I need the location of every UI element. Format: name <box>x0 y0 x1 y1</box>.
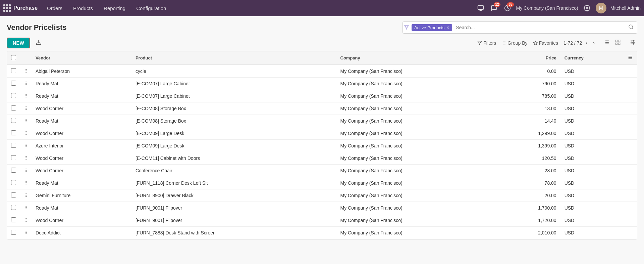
nav-reporting[interactable]: Reporting <box>99 0 130 16</box>
row-checkbox[interactable] <box>11 168 16 173</box>
row-checkbox-cell[interactable] <box>7 102 20 115</box>
new-button[interactable]: NEW <box>7 38 30 48</box>
row-product[interactable]: Conference Chair <box>131 165 336 177</box>
nav-products[interactable]: Products <box>68 0 98 16</box>
list-view-button[interactable] <box>602 39 611 48</box>
row-checkbox-cell[interactable] <box>7 65 20 78</box>
select-all-checkbox[interactable] <box>11 55 16 60</box>
row-drag-handle[interactable]: ⠿ <box>20 78 32 90</box>
row-vendor[interactable]: Ready Mat <box>32 115 131 127</box>
chat-icon-btn[interactable]: 12 <box>489 3 499 13</box>
row-drag-handle[interactable]: ⠿ <box>20 65 32 78</box>
row-checkbox-cell[interactable] <box>7 78 20 90</box>
row-checkbox[interactable] <box>11 205 16 210</box>
row-checkbox[interactable] <box>11 155 16 160</box>
row-product[interactable]: [FURN_1118] Corner Desk Left Sit <box>131 177 336 189</box>
row-drag-handle[interactable]: ⠿ <box>20 152 32 165</box>
row-product[interactable]: cycle <box>131 65 336 78</box>
row-checkbox[interactable] <box>11 192 16 197</box>
row-checkbox[interactable] <box>11 230 16 235</box>
app-grid-icon[interactable] <box>3 4 11 12</box>
row-product[interactable]: [FURN_7888] Desk Stand with Screen <box>131 227 336 239</box>
row-vendor[interactable]: Wood Corner <box>32 214 131 227</box>
filters-button[interactable]: Filters <box>477 40 496 46</box>
row-vendor[interactable]: Wood Corner <box>32 102 131 115</box>
kanban-view-button[interactable] <box>613 39 623 48</box>
favorites-button[interactable]: Favorites <box>533 40 558 46</box>
row-product[interactable]: [FURN_8900] Drawer Black <box>131 189 336 202</box>
row-vendor[interactable]: Deco Addict <box>32 227 131 239</box>
row-drag-handle[interactable]: ⠿ <box>20 177 32 189</box>
row-drag-handle[interactable]: ⠿ <box>20 214 32 227</box>
row-checkbox[interactable] <box>11 81 16 86</box>
settings-icon-btn[interactable] <box>582 3 592 13</box>
row-vendor[interactable]: Wood Corner <box>32 127 131 140</box>
row-checkbox[interactable] <box>11 180 16 185</box>
header-checkbox-cell[interactable] <box>7 51 20 65</box>
header-col-settings[interactable] <box>624 51 637 65</box>
nav-configuration[interactable]: Configuration <box>131 0 171 16</box>
row-checkbox-cell[interactable] <box>7 127 20 140</box>
header-vendor[interactable]: Vendor <box>32 51 131 65</box>
row-vendor[interactable]: Wood Corner <box>32 152 131 165</box>
row-checkbox-cell[interactable] <box>7 202 20 214</box>
row-checkbox-cell[interactable] <box>7 140 20 152</box>
row-drag-handle[interactable]: ⠿ <box>20 140 32 152</box>
row-product[interactable]: [FURN_9001] Flipover <box>131 214 336 227</box>
nav-orders[interactable]: Orders <box>42 0 67 16</box>
search-input[interactable] <box>453 25 625 30</box>
row-product[interactable]: [E-COM11] Cabinet with Doors <box>131 152 336 165</box>
groupby-button[interactable]: Group By <box>501 40 527 46</box>
prev-page-button[interactable]: ‹ <box>584 39 589 47</box>
row-drag-handle[interactable]: ⠿ <box>20 165 32 177</box>
row-drag-handle[interactable]: ⠿ <box>20 127 32 140</box>
row-checkbox-cell[interactable] <box>7 152 20 165</box>
row-vendor[interactable]: Ready Mat <box>32 177 131 189</box>
row-drag-handle[interactable]: ⠿ <box>20 202 32 214</box>
row-drag-handle[interactable]: ⠿ <box>20 189 32 202</box>
row-checkbox-cell[interactable] <box>7 165 20 177</box>
row-checkbox-cell[interactable] <box>7 227 20 239</box>
row-product[interactable]: [E-COM07] Large Cabinet <box>131 78 336 90</box>
row-checkbox[interactable] <box>11 93 16 98</box>
row-checkbox[interactable] <box>11 68 16 73</box>
row-checkbox-cell[interactable] <box>7 189 20 202</box>
row-product[interactable]: [E-COM08] Storage Box <box>131 115 336 127</box>
filter-tag-close[interactable]: × <box>446 25 449 30</box>
row-checkbox[interactable] <box>11 217 16 222</box>
header-company[interactable]: Company <box>336 51 499 65</box>
row-product[interactable]: [E-COM09] Large Desk <box>131 140 336 152</box>
row-product[interactable]: [E-COM09] Large Desk <box>131 127 336 140</box>
row-product[interactable]: [E-COM08] Storage Box <box>131 102 336 115</box>
download-button[interactable] <box>34 38 44 48</box>
row-checkbox-cell[interactable] <box>7 214 20 227</box>
app-brand[interactable]: Purchase <box>3 4 38 12</box>
search-button[interactable] <box>625 24 637 31</box>
screen-icon-btn[interactable] <box>476 3 485 13</box>
row-drag-handle[interactable]: ⠿ <box>20 227 32 239</box>
clock-icon-btn[interactable]: 35 <box>503 3 512 13</box>
header-product[interactable]: Product <box>131 51 336 65</box>
column-settings-button[interactable] <box>628 39 637 48</box>
row-checkbox[interactable] <box>11 105 16 111</box>
row-checkbox-cell[interactable] <box>7 90 20 102</box>
row-vendor[interactable]: Abigail Peterson <box>32 65 131 78</box>
active-products-tag[interactable]: Active Products × <box>412 24 452 31</box>
header-price[interactable]: Price <box>499 51 560 65</box>
row-checkbox-cell[interactable] <box>7 177 20 189</box>
row-drag-handle[interactable]: ⠿ <box>20 90 32 102</box>
row-checkbox-cell[interactable] <box>7 115 20 127</box>
row-vendor[interactable]: Ready Mat <box>32 78 131 90</box>
row-product[interactable]: [FURN_9001] Flipover <box>131 202 336 214</box>
row-vendor[interactable]: Wood Corner <box>32 165 131 177</box>
row-vendor[interactable]: Gemini Furniture <box>32 189 131 202</box>
row-vendor[interactable]: Azure Interior <box>32 140 131 152</box>
next-page-button[interactable]: › <box>591 39 596 47</box>
row-checkbox[interactable] <box>11 130 16 135</box>
row-vendor[interactable]: Ready Mat <box>32 90 131 102</box>
row-vendor[interactable]: Ready Mat <box>32 202 131 214</box>
avatar[interactable]: M <box>596 3 606 13</box>
row-checkbox[interactable] <box>11 118 16 123</box>
row-drag-handle[interactable]: ⠿ <box>20 115 32 127</box>
header-currency[interactable]: Currency <box>560 51 624 65</box>
